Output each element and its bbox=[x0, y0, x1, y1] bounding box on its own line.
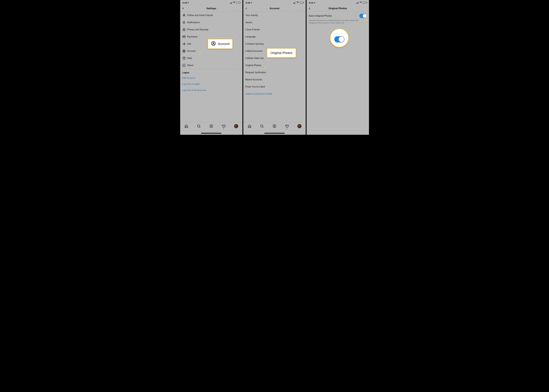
account-row[interactable]: Saved bbox=[243, 19, 306, 26]
chevron-right-icon bbox=[239, 21, 240, 24]
tab-bar bbox=[243, 122, 306, 135]
row-save-original: Save Original Photos bbox=[306, 12, 369, 19]
row-label: Linked Accounts bbox=[245, 50, 262, 52]
lock-icon bbox=[182, 28, 187, 31]
notification-dot bbox=[223, 129, 224, 129]
toggle-save-original[interactable] bbox=[359, 14, 367, 18]
login-link[interactable]: Log Out of All Accounts bbox=[180, 87, 243, 93]
battery-icon bbox=[299, 2, 303, 3]
tab-new-post[interactable] bbox=[208, 124, 215, 128]
screen-original-photos: 2:14 ➤ Original Photos Save Original Pho… bbox=[306, 0, 369, 135]
row-label: Cellular Data Use bbox=[245, 57, 264, 59]
row-label: Muted Accounts bbox=[245, 78, 262, 81]
avatar bbox=[297, 124, 301, 128]
back-button[interactable] bbox=[308, 5, 311, 12]
battery-icon bbox=[363, 2, 367, 3]
tab-home[interactable] bbox=[183, 124, 190, 128]
signal-icon bbox=[293, 2, 295, 4]
back-button[interactable] bbox=[182, 5, 185, 12]
chevron-right-icon bbox=[239, 42, 240, 45]
toggle-description: Automatically save the unedited photos a… bbox=[306, 19, 369, 26]
chevron-right-icon bbox=[239, 35, 240, 38]
chevron-right-icon bbox=[302, 85, 304, 88]
row-label: Notifications bbox=[187, 21, 200, 24]
status-time: 2:15 bbox=[246, 1, 250, 4]
account-row[interactable]: Original Photos bbox=[243, 62, 306, 69]
screen-account: 2:15 ➤ Account Your ActivitySavedClose F… bbox=[243, 0, 306, 135]
row-label: Ads bbox=[187, 42, 191, 45]
tab-home[interactable] bbox=[246, 124, 253, 128]
home-icon bbox=[248, 124, 252, 128]
signal-icon bbox=[357, 2, 359, 4]
status-bar: 2:15 ➤ bbox=[243, 0, 306, 5]
settings-row-user-plus[interactable]: Follow and Invite Friends bbox=[180, 12, 243, 19]
account-row[interactable]: Request Verification bbox=[243, 69, 306, 76]
logins-header: Logins bbox=[180, 69, 243, 75]
nav-header: Settings bbox=[180, 5, 243, 12]
settings-row-info[interactable]: About bbox=[180, 62, 243, 69]
user-plus-icon bbox=[182, 14, 187, 17]
megaphone-icon bbox=[182, 42, 187, 46]
search-icon bbox=[197, 124, 201, 128]
row-label: Language bbox=[245, 35, 256, 38]
login-link[interactable]: Log Out of roblef bbox=[180, 81, 243, 87]
row-switch-business[interactable]: Switch to Business Profile bbox=[243, 90, 306, 98]
back-button[interactable] bbox=[245, 5, 248, 12]
help-icon bbox=[182, 56, 187, 60]
row-label: Posts You've Liked bbox=[245, 85, 265, 88]
chevron-right-icon bbox=[302, 28, 304, 31]
plus-icon bbox=[209, 124, 213, 128]
login-link[interactable]: Add Account bbox=[180, 75, 243, 81]
tab-new-post[interactable] bbox=[271, 124, 278, 128]
callout-original-photos: Original Photos bbox=[267, 48, 296, 58]
settings-row-help[interactable]: Help bbox=[180, 55, 243, 62]
chevron-right-icon bbox=[302, 35, 304, 38]
chevron-right-icon bbox=[239, 28, 240, 31]
location-icon: ➤ bbox=[188, 2, 189, 4]
row-label: Account bbox=[187, 50, 196, 52]
tab-search[interactable] bbox=[195, 124, 202, 128]
row-label: Privacy and Security bbox=[187, 28, 208, 31]
row-label: Saved bbox=[245, 21, 252, 24]
chevron-right-icon bbox=[239, 49, 240, 53]
battery-icon bbox=[236, 2, 240, 3]
chevron-right-icon bbox=[302, 56, 304, 60]
chevron-right-icon bbox=[302, 14, 304, 17]
nav-header: Original Photos bbox=[306, 5, 369, 12]
nav-header: Account bbox=[243, 5, 306, 12]
account-row[interactable]: Posts You've Liked bbox=[243, 83, 306, 90]
home-icon bbox=[184, 124, 188, 128]
tab-activity[interactable] bbox=[284, 124, 291, 128]
chevron-right-icon bbox=[302, 71, 304, 74]
tab-activity[interactable] bbox=[220, 124, 227, 128]
row-label: Switch to Business Profile bbox=[245, 93, 272, 95]
heart-icon bbox=[222, 124, 226, 128]
wifi-icon bbox=[233, 1, 236, 4]
page-title: Original Photos bbox=[328, 7, 347, 10]
tab-profile[interactable] bbox=[296, 124, 303, 128]
card-icon bbox=[182, 35, 187, 39]
avatar bbox=[234, 124, 238, 128]
row-label: Close Friends bbox=[245, 28, 260, 31]
chevron-right-icon bbox=[239, 14, 240, 17]
tab-profile[interactable] bbox=[233, 124, 240, 128]
account-row[interactable]: Close Friends bbox=[243, 26, 306, 33]
notification-dot bbox=[287, 129, 287, 129]
row-label: Original Photos bbox=[245, 64, 261, 67]
row-label: Help bbox=[187, 57, 192, 59]
chevron-right-icon bbox=[302, 63, 304, 67]
chevron-right-icon bbox=[302, 49, 304, 53]
account-row[interactable]: Your Activity bbox=[243, 12, 306, 19]
chevron-right-icon bbox=[302, 78, 304, 81]
tab-search[interactable] bbox=[258, 124, 265, 128]
settings-row-bell[interactable]: Notifications bbox=[180, 19, 243, 26]
account-row[interactable]: Muted Accounts bbox=[243, 76, 306, 83]
bell-icon bbox=[182, 21, 187, 24]
tab-bar bbox=[180, 122, 243, 135]
settings-row-lock[interactable]: Privacy and Security bbox=[180, 26, 243, 33]
account-row[interactable]: Contacts Syncing bbox=[243, 40, 306, 47]
account-row[interactable]: Language bbox=[243, 33, 306, 40]
row-label: Contacts Syncing bbox=[245, 42, 264, 45]
row-label: Payments bbox=[187, 35, 198, 38]
callout-marker bbox=[366, 20, 368, 21]
